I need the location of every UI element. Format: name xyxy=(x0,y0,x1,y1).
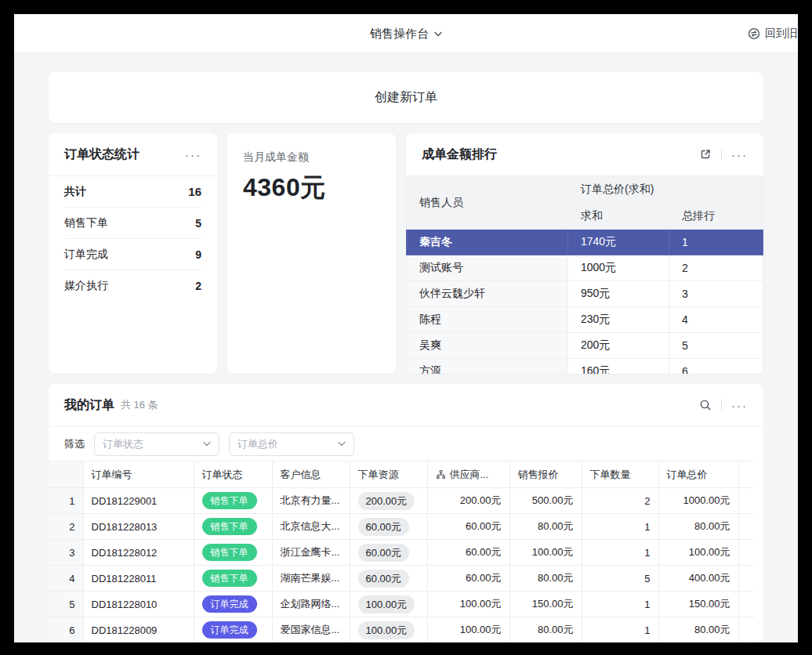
quantity-cell: 1 xyxy=(582,514,658,540)
order-status-cell: 销售下单 xyxy=(194,488,272,514)
status-value: 5 xyxy=(195,217,201,230)
col-quote[interactable]: 销售报价 xyxy=(509,461,582,488)
status-row[interactable]: 销售下单 5 xyxy=(64,208,201,239)
order-status-stats-card: 订单状态统计 ··· 共计 16 xyxy=(49,133,217,374)
resource-pill: 60.00元 xyxy=(358,570,410,588)
resource-cell: 200.00元 xyxy=(350,488,427,514)
ranking-col-group: 订单总价(求和) xyxy=(567,176,763,203)
row-number: 5 xyxy=(49,592,83,617)
col-supplier[interactable]: 供应商... xyxy=(427,461,509,488)
order-row[interactable]: 3 DD181228012 销售下单 浙江金鹰卡... 60.00元 60.00… xyxy=(49,540,754,566)
resource-pill: 100.00元 xyxy=(358,621,415,639)
supplier-cell: 60.00元 xyxy=(427,566,509,592)
status-label: 销售下单 xyxy=(64,216,108,230)
extra-cell xyxy=(738,592,754,617)
orders-count-badge: 共 16 条 xyxy=(121,398,158,412)
ranking-row[interactable]: 吴爽 200元 5 xyxy=(407,333,763,359)
search-icon[interactable] xyxy=(699,399,712,411)
total-cell: 80.00元 xyxy=(658,514,738,540)
more-menu-icon[interactable]: ··· xyxy=(731,149,748,161)
ranking-row[interactable]: 伙伴云魏少轩 950元 3 xyxy=(407,281,763,307)
col-resource[interactable]: 下单资源 xyxy=(350,461,427,488)
extra-cell xyxy=(738,566,754,592)
ranking-sum-value: 1000元 xyxy=(567,255,669,281)
supplier-cell: 100.00元 xyxy=(427,592,509,617)
resource-pill: 200.00元 xyxy=(358,492,415,510)
relation-icon xyxy=(436,469,446,479)
status-pill: 销售下单 xyxy=(202,518,257,535)
ranking-row[interactable]: 方源 160元 6 xyxy=(407,359,763,375)
more-menu-icon[interactable]: ··· xyxy=(185,149,201,161)
top-bar: 销售操作台 回到旧版 xyxy=(14,14,798,53)
open-in-new-icon[interactable] xyxy=(699,148,712,161)
col-extra xyxy=(738,461,754,488)
status-pill: 订单完成 xyxy=(202,595,257,613)
filter-placeholder: 订单总价 xyxy=(237,437,338,451)
total-cell: 400.00元 xyxy=(658,566,738,592)
status-pill: 销售下单 xyxy=(202,570,257,587)
quantity-cell: 1 xyxy=(582,617,658,643)
col-customer[interactable]: 客户信息 xyxy=(272,461,350,488)
status-value: 2 xyxy=(195,280,201,292)
extra-cell xyxy=(738,514,754,540)
divider xyxy=(721,400,722,411)
supplier-cell: 60.00元 xyxy=(427,514,509,540)
customer-cell: 北京有力量... xyxy=(272,488,350,514)
ranking-rank-value: 3 xyxy=(669,281,763,307)
total-cell: 80.00元 xyxy=(658,617,738,643)
resource-pill: 100.00元 xyxy=(358,595,415,613)
customer-cell: 湖南芒果娱... xyxy=(272,566,350,592)
row-number: 6 xyxy=(49,617,83,643)
col-order-status[interactable]: 订单状态 xyxy=(194,461,272,488)
page-body: 创建新订单 订单状态统计 ··· 共计 1 xyxy=(14,53,798,642)
order-id-cell: DD181228010 xyxy=(83,592,194,617)
filter-bar: 筛选 订单状态 订单总价 xyxy=(49,426,763,461)
filter-label: 筛选 xyxy=(64,437,85,451)
col-order-id[interactable]: 订单编号 xyxy=(83,461,194,488)
resource-pill: 60.00元 xyxy=(358,518,410,536)
order-row[interactable]: 1 DD181229001 销售下单 北京有力量... 200.00元 200.… xyxy=(49,488,754,514)
app-title-dropdown[interactable]: 销售操作台 xyxy=(14,14,798,53)
total-cell: 100.00元 xyxy=(658,540,738,566)
row-number: 3 xyxy=(49,540,83,566)
order-row[interactable]: 2 DD181228013 销售下单 北京信息大... 60.00元 60.00… xyxy=(49,514,754,540)
total-cell: 1000.00元 xyxy=(658,488,738,514)
ranking-row[interactable]: 陈程 230元 4 xyxy=(407,307,763,333)
ranking-row[interactable]: 测试账号 1000元 2 xyxy=(407,255,763,281)
ranking-rank-value: 6 xyxy=(669,359,763,375)
order-id-cell: DD181229001 xyxy=(83,488,194,514)
month-amount-label: 当月成单金额 xyxy=(243,150,380,165)
col-total[interactable]: 订单总价 xyxy=(658,461,738,488)
supplier-cell: 200.00元 xyxy=(427,488,509,514)
status-row[interactable]: 媒介执行 2 xyxy=(64,270,201,302)
supplier-cell: 100.00元 xyxy=(427,617,509,643)
ranking-person-name: 秦吉冬 xyxy=(407,230,568,255)
ranking-sum-value: 200元 xyxy=(567,333,669,359)
status-row[interactable]: 订单完成 9 xyxy=(64,239,201,270)
order-row[interactable]: 4 DD181228011 销售下单 湖南芒果娱... 60.00元 60.00… xyxy=(49,566,754,592)
status-row[interactable]: 共计 16 xyxy=(64,176,201,208)
ranking-row[interactable]: 秦吉冬 1740元 1 xyxy=(407,230,763,255)
order-id-cell: DD181228011 xyxy=(83,566,194,592)
ranking-sum-value: 950元 xyxy=(567,281,669,307)
resource-cell: 100.00元 xyxy=(350,592,427,617)
create-new-order-button[interactable]: 创建新订单 xyxy=(49,72,763,123)
resource-pill: 60.00元 xyxy=(358,544,410,562)
order-row[interactable]: 6 DD181228009 订单完成 爱国家信息... 100.00元 100.… xyxy=(49,617,754,643)
stats-cards-row: 订单状态统计 ··· 共计 16 xyxy=(49,133,763,374)
extra-cell xyxy=(738,488,754,514)
more-menu-icon[interactable]: ··· xyxy=(731,400,748,411)
order-row[interactable]: 5 DD181228010 订单完成 企划路网络... 100.00元 100.… xyxy=(49,592,754,617)
back-to-old-version-button[interactable]: 回到旧版 xyxy=(748,14,798,53)
order-status-stats-header: 订单状态统计 ··· xyxy=(49,133,217,176)
resource-cell: 100.00元 xyxy=(350,617,427,643)
row-number: 2 xyxy=(49,514,83,540)
filter-select[interactable]: 订单总价 xyxy=(229,432,354,456)
status-pill: 订单完成 xyxy=(202,621,257,639)
quote-cell: 80.00元 xyxy=(509,566,582,592)
ranking-sum-value: 230元 xyxy=(567,307,669,333)
col-quantity[interactable]: 下单数量 xyxy=(582,461,658,488)
quantity-cell: 1 xyxy=(582,540,658,566)
filter-placeholder: 订单状态 xyxy=(103,437,203,451)
filter-select[interactable]: 订单状态 xyxy=(94,432,219,456)
